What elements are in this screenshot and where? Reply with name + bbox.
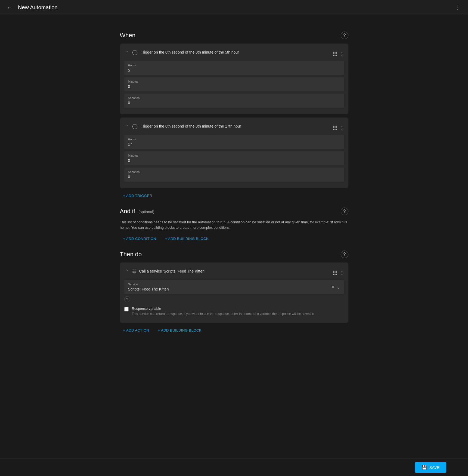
response-variable-title: Response variable [132,307,344,311]
trigger-2-minutes-field: Minutes 0 [124,151,344,165]
trigger-2-time-icon: ◯ [132,123,138,129]
when-title: When [120,32,135,39]
trigger-1-drag-button[interactable] [331,47,339,57]
drag-grid-icon-action [333,271,337,275]
trigger-1-time-icon: ◯ [132,49,138,55]
trigger-2-collapse-button[interactable]: ⌃ [124,123,129,129]
trigger-1-hours-value: 5 [128,68,340,72]
more-dots-icon [342,52,342,56]
service-field-label: Service [128,283,331,286]
header-menu-button[interactable]: ⋮ [453,3,463,12]
when-section-header: When ? [120,32,348,39]
trigger-2-hours-field: Hours 17 [124,135,344,149]
trigger-2-minutes-value: 0 [128,158,340,163]
trigger-1-more-button[interactable] [340,47,344,57]
trigger-2-hours-value: 17 [128,142,340,146]
trigger-1-header: ⌃ ◯ Trigger on the 0th second of the 0th… [120,44,348,61]
then-do-section: Then do ? ⌃ ☷ Call a service 'Scripts: F… [120,251,348,335]
main-content: When ? ⌃ ◯ Trigger on the 0th second of … [98,15,370,362]
drag-grid-icon-2 [333,126,337,130]
trigger-1-hours-field: Hours 5 [124,61,344,75]
save-icon: 💾 [421,465,427,470]
add-building-block-action-button[interactable]: + ADD BUILDING BLOCK [154,326,205,335]
trigger-2-header: ⌃ ◯ Trigger on the 0th second of the 0th… [120,118,348,135]
action-1-actions [331,266,344,276]
trigger-2-body: Hours 17 Minutes 0 Seconds 0 [120,135,348,188]
trigger-1-label: Trigger on the 0th second of the 0th min… [141,50,328,54]
save-label: SAVE [429,465,440,470]
action-1-drag-button[interactable] [331,266,339,276]
and-if-section-header: And if (optional) ? [120,208,348,215]
when-section: When ? ⌃ ◯ Trigger on the 0th second of … [120,32,348,200]
trigger-1-actions [331,47,344,57]
service-clear-button[interactable]: ✕ [331,285,334,290]
action-1-collapse-button[interactable]: ⌃ [124,268,129,274]
and-if-help-button[interactable]: ? [341,208,348,215]
service-field-value: Scripts: Feed The Kitten [128,287,331,291]
trigger-1-hours-label: Hours [128,64,340,67]
more-dots-icon-action [342,271,342,275]
service-dropdown-button[interactable]: ⌄ [337,285,340,290]
back-button[interactable]: ← [5,3,14,12]
action-1-body: Service Scripts: Feed The Kitten ✕ ⌄ ? R… [120,280,348,323]
when-help-button[interactable]: ? [341,32,348,39]
trigger-2-actions [331,121,344,131]
trigger-2-drag-button[interactable] [331,121,339,131]
trigger-2-more-button[interactable] [340,121,344,131]
trigger-1-seconds-field: Seconds 0 [124,94,344,108]
drag-grid-icon [333,52,337,56]
trigger-2-seconds-field: Seconds 0 [124,168,344,182]
service-field-icons: ✕ ⌄ [331,285,340,290]
add-condition-button[interactable]: + ADD CONDITION [120,234,160,243]
add-trigger-button[interactable]: + ADD TRIGGER [120,191,156,200]
footer: 💾 SAVE [0,459,468,476]
save-button[interactable]: 💾 SAVE [415,462,446,473]
action-1-more-button[interactable] [340,266,344,276]
response-variable-row: Response variable This service can retur… [124,304,344,319]
and-if-buttons-row: + ADD CONDITION + ADD BUILDING BLOCK [120,234,348,243]
trigger-1-seconds-value: 0 [128,101,340,105]
response-variable-text: Response variable This service can retur… [132,307,344,316]
trigger-2-seconds-label: Seconds [128,170,340,174]
and-if-section: And if (optional) ? This list of conditi… [120,208,348,243]
trigger-1-minutes-value: 0 [128,84,340,89]
trigger-1-minutes-field: Minutes 0 [124,77,344,91]
header-left: ← New Automation [5,3,58,12]
then-do-help-button[interactable]: ? [341,251,348,258]
add-action-button[interactable]: + ADD ACTION [120,326,153,335]
trigger-2-seconds-value: 0 [128,175,340,179]
action-1-header: ⌃ ☷ Call a service 'Scripts: Feed The Ki… [120,262,348,280]
add-building-block-condition-button[interactable]: + ADD BUILDING BLOCK [162,234,212,243]
action-1-script-icon: ☷ [132,269,136,274]
then-do-section-header: Then do ? [120,251,348,258]
then-do-title: Then do [120,251,142,258]
action-1-label: Call a service 'Scripts: Feed The Kitten… [139,269,328,273]
action-card-1: ⌃ ☷ Call a service 'Scripts: Feed The Ki… [120,262,348,323]
response-variable-desc: This service can return a response, if y… [132,312,344,316]
trigger-2-label: Trigger on the 0th second of the 0th min… [141,124,328,128]
trigger-1-body: Hours 5 Minutes 0 Seconds 0 [120,61,348,114]
trigger-2-hours-label: Hours [128,138,340,141]
app-header: ← New Automation ⋮ [0,0,468,15]
more-dots-icon-2 [342,126,342,130]
service-field-inner: Service Scripts: Feed The Kitten [128,283,331,291]
then-do-buttons-row: + ADD ACTION + ADD BUILDING BLOCK [120,326,348,335]
service-field: Service Scripts: Feed The Kitten ✕ ⌄ [124,280,344,294]
and-if-title: And if (optional) [120,208,154,215]
trigger-1-minutes-label: Minutes [128,80,340,83]
trigger-card-2: ⌃ ◯ Trigger on the 0th second of the 0th… [120,118,348,188]
trigger-2-minutes-label: Minutes [128,154,340,157]
trigger-1-collapse-button[interactable]: ⌃ [124,49,129,55]
optional-label: (optional) [138,210,154,214]
action-help-button[interactable]: ? [124,296,130,302]
and-if-description: This list of conditions needs to be sati… [120,220,348,230]
response-variable-checkbox[interactable] [124,307,129,311]
trigger-1-seconds-label: Seconds [128,96,340,100]
page-title: New Automation [18,4,58,11]
trigger-card-1: ⌃ ◯ Trigger on the 0th second of the 0th… [120,44,348,114]
